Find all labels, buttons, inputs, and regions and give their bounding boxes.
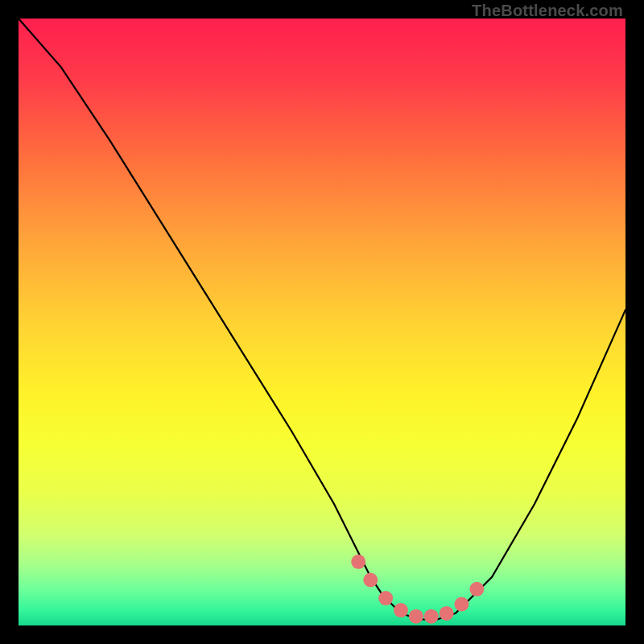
valley-marker [469,582,484,597]
watermark-text: TheBottleneck.com [472,2,623,20]
valley-marker [409,609,423,624]
valley-marker [454,597,469,612]
valley-marker [378,591,393,605]
valley-markers [351,555,484,624]
chart-frame: TheBottleneck.com [0,0,644,644]
plot-area [19,19,625,625]
chart-svg [19,19,625,625]
valley-marker [394,603,408,617]
curve-line [19,19,625,620]
valley-marker [424,609,439,624]
valley-marker [351,555,365,569]
valley-marker [363,573,378,588]
valley-marker [440,606,454,621]
